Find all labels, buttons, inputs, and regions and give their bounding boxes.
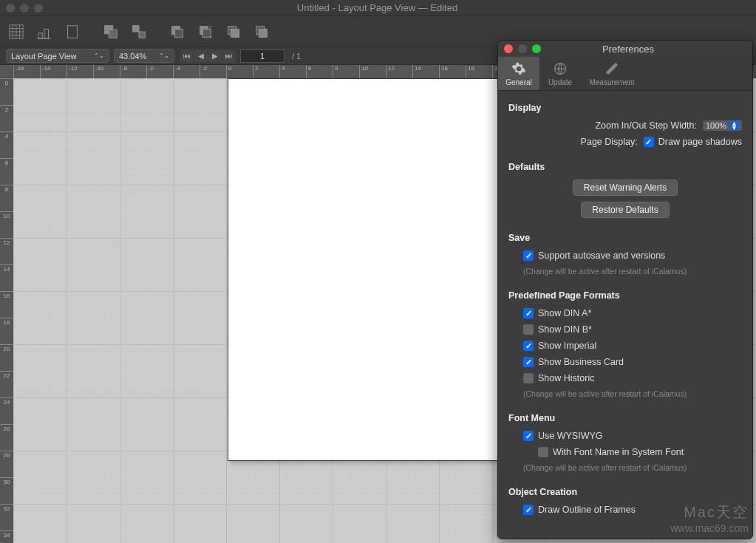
draw-shadows-label: Draw page shadows — [658, 137, 742, 147]
ruler-tick: 4 — [0, 132, 13, 140]
svg-rect-8 — [174, 29, 183, 37]
svg-rect-14 — [259, 29, 267, 37]
system-font-label: With Font Name in System Font — [553, 447, 684, 457]
outline-checkbox[interactable] — [523, 505, 534, 515]
ruler-tick: 14 — [412, 65, 421, 78]
ruler-tick: -10 — [93, 65, 104, 78]
ruler-tick: -6 — [146, 65, 154, 78]
restart-note: (Change will be active after restart of … — [523, 389, 742, 398]
business-checkbox[interactable] — [523, 357, 534, 367]
restart-note: (Change will be active after restart of … — [523, 463, 742, 472]
ruler-tick: 10 — [0, 211, 13, 219]
imperial-label: Show Imperial — [538, 341, 596, 351]
tab-label: Update — [548, 78, 572, 86]
section-heading: Object Creation — [508, 487, 742, 497]
ruler-tick: 18 — [466, 65, 474, 78]
ruler-tick: 34 — [0, 530, 13, 539]
ruler-tick: 24 — [0, 397, 13, 406]
tab-update[interactable]: Update — [539, 57, 581, 90]
view-mode-dropdown[interactable]: Layout Page View ⌃⌄ — [6, 49, 109, 63]
ruler-tick: 26 — [0, 424, 13, 432]
section-formats: Predefined Page Formats Show DIN A* Show… — [508, 290, 742, 398]
preferences-window: Preferences General Update Measurement D… — [497, 40, 753, 539]
layers-icon[interactable] — [102, 23, 120, 41]
restart-note: (Change will be active after restart of … — [523, 267, 742, 276]
ruler-tick: 18 — [0, 318, 13, 326]
tab-label: Measurement — [589, 78, 634, 86]
stack3-icon[interactable] — [225, 23, 242, 41]
ruler-vertical: 024681012141618202224262830323436 — [0, 78, 13, 543]
align-icon[interactable] — [35, 23, 53, 41]
draw-shadows-checkbox[interactable] — [644, 137, 654, 147]
ruler-tick: -8 — [120, 65, 127, 78]
chevron-down-icon: ⌃⌄ — [94, 52, 104, 59]
grid-icon[interactable] — [7, 23, 25, 41]
system-font-checkbox[interactable] — [538, 447, 548, 457]
autosave-checkbox[interactable] — [523, 250, 534, 261]
section-display: Display Zoom In/Out Step Width: 100% ▲▼ … — [508, 103, 742, 147]
autosave-label: Support autosave and versions — [538, 250, 665, 261]
ruler-tick: 8 — [0, 185, 13, 193]
prefs-titlebar: Preferences — [498, 41, 752, 57]
ruler-icon — [605, 61, 619, 76]
gear-icon — [511, 61, 526, 76]
ruler-tick: 4 — [279, 65, 285, 78]
ruler-tick: 2 — [0, 105, 13, 113]
imperial-checkbox[interactable] — [523, 341, 534, 351]
ruler-tick: 20 — [0, 344, 13, 352]
din-b-label: Show DIN B* — [538, 324, 592, 335]
stack4-icon[interactable] — [253, 23, 270, 41]
ruler-tick: 0 — [226, 65, 231, 78]
section-font: Font Menu Use WYSIWYG With Font Name in … — [508, 413, 742, 472]
section-defaults: Defaults Reset Warning Alerts Restore De… — [508, 162, 742, 218]
svg-rect-12 — [231, 29, 239, 37]
section-heading: Predefined Page Formats — [508, 290, 742, 301]
ruler-tick: -12 — [67, 65, 78, 78]
svg-rect-6 — [139, 32, 145, 38]
page-rect[interactable] — [228, 78, 501, 461]
svg-rect-2 — [68, 25, 78, 38]
next-page-button[interactable]: ▶ — [208, 49, 222, 63]
prefs-body: Display Zoom In/Out Step Width: 100% ▲▼ … — [498, 91, 752, 539]
globe-icon — [553, 61, 568, 76]
wysiwyg-label: Use WYSIWYG — [538, 431, 603, 441]
ruler-tick: 12 — [0, 238, 13, 246]
ruler-tick: 28 — [0, 451, 13, 459]
first-page-button[interactable]: ⏮ — [180, 49, 194, 63]
wysiwyg-checkbox[interactable] — [523, 431, 534, 441]
stack1-icon[interactable] — [168, 23, 186, 41]
section-heading: Font Menu — [508, 413, 742, 423]
restore-defaults-button[interactable]: Restore Defaults — [581, 202, 669, 218]
stack2-icon[interactable] — [197, 23, 214, 41]
ruler-tick: 0 — [0, 78, 13, 86]
ruler-tick: 6 — [0, 158, 13, 166]
zoom-step-dropdown[interactable]: 100% ▲▼ — [703, 120, 742, 131]
page-total: / 1 — [292, 52, 301, 61]
ruler-tick: 14 — [0, 264, 13, 273]
last-page-button[interactable]: ⏭ — [222, 49, 236, 63]
prev-page-button[interactable]: ◀ — [194, 49, 208, 63]
business-label: Show Business Card — [538, 357, 624, 367]
zoom-value: 43.04% — [119, 52, 146, 61]
reset-warnings-button[interactable]: Reset Warning Alerts — [573, 180, 678, 196]
ruler-tick: -14 — [40, 65, 51, 78]
section-heading: Save — [508, 233, 742, 243]
stepper-icon: ▲▼ — [729, 121, 739, 130]
ruler-corner — [0, 65, 13, 78]
outline-label: Draw Outline of Frames — [538, 505, 636, 515]
ruler-tick: -2 — [200, 65, 207, 78]
tab-general[interactable]: General — [498, 57, 539, 90]
section-save: Save Support autosave and versions (Chan… — [508, 233, 742, 276]
layers2-icon[interactable] — [130, 23, 148, 41]
page-number-input[interactable] — [240, 49, 285, 63]
din-a-checkbox[interactable] — [523, 308, 534, 318]
tab-measurement[interactable]: Measurement — [581, 57, 643, 90]
zoom-dropdown[interactable]: 43.04% ⌃⌄ — [114, 49, 174, 63]
page-display-label: Page Display: — [581, 137, 638, 147]
view-mode-value: Layout Page View — [11, 52, 76, 61]
svg-rect-5 — [133, 25, 139, 31]
historic-checkbox[interactable] — [523, 373, 534, 383]
ruler-tick: 22 — [0, 371, 13, 379]
page-icon[interactable] — [64, 23, 81, 41]
din-b-checkbox[interactable] — [523, 324, 534, 335]
